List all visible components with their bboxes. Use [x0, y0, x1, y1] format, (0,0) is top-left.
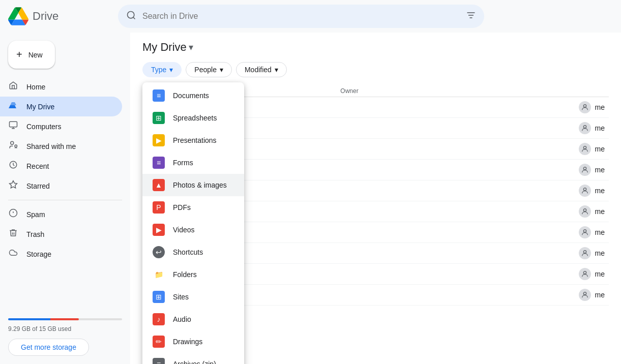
documents-label: Documents	[173, 92, 209, 100]
owner-avatar	[579, 143, 591, 155]
spam-icon	[8, 208, 18, 220]
nav-item-recent[interactable]: Recent	[0, 156, 122, 176]
owner-avatar	[579, 205, 591, 218]
nav-item-storage[interactable]: Storage	[0, 244, 122, 264]
drive-title-arrow[interactable]: ▾	[189, 42, 193, 53]
dropdown-item-photos[interactable]: ▲Photos & images	[142, 174, 244, 196]
type-filter-button[interactable]: Type ▾	[142, 62, 182, 77]
svg-point-23	[583, 271, 586, 274]
nav-item-computers[interactable]: Computers	[0, 116, 122, 136]
nav-label-spam: Spam	[26, 210, 45, 219]
owner-label: me	[595, 145, 605, 153]
nav-label-storage: Storage	[26, 250, 51, 258]
nav-divider	[8, 200, 122, 200]
photos-label: Photos & images	[173, 181, 227, 189]
dropdown-item-drawings[interactable]: ✏Drawings	[142, 330, 244, 353]
my-drive-icon	[8, 101, 18, 112]
svg-point-8	[11, 141, 14, 144]
type-chevron-icon: ▾	[169, 66, 173, 74]
svg-point-15	[583, 105, 586, 107]
svg-point-0	[128, 11, 134, 18]
people-filter-button[interactable]: People ▾	[186, 62, 232, 77]
file-owner-cell: me	[336, 180, 609, 201]
dropdown-item-sites[interactable]: ⊞Sites	[142, 286, 244, 308]
nav-label-shared: Shared with me	[26, 142, 76, 150]
nav-label-starred: Starred	[26, 182, 50, 190]
sites-label: Sites	[173, 293, 189, 301]
new-button-wrap: + New	[0, 37, 130, 77]
dropdown-item-folders[interactable]: 📁Folders	[142, 263, 244, 286]
file-owner-cell: me	[336, 201, 609, 222]
storage-text: 9.29 GB of 15 GB used	[8, 325, 71, 332]
presentations-label: Presentations	[173, 136, 217, 144]
plus-icon: +	[16, 49, 22, 60]
nav-item-home[interactable]: Home	[0, 77, 122, 97]
modified-chevron-icon: ▾	[275, 66, 278, 74]
dropdown-item-audio[interactable]: ♪Audio	[142, 308, 244, 330]
nav-item-spam[interactable]: Spam	[0, 204, 122, 224]
svg-line-1	[133, 17, 135, 19]
dropdown-item-spreadsheets[interactable]: ⊞Spreadsheets	[142, 107, 244, 129]
storage-bar-fill	[8, 318, 79, 320]
svg-point-18	[583, 167, 586, 170]
audio-icon: ♪	[153, 313, 165, 325]
file-owner-cell: me	[336, 139, 609, 160]
svg-point-19	[583, 188, 586, 191]
dropdown-item-archives[interactable]: ≡Archives (zip)	[142, 353, 244, 364]
new-button[interactable]: + New	[8, 41, 55, 69]
nav-item-starred[interactable]: Starred	[0, 176, 122, 196]
drive-title: My Drive ▾	[142, 41, 193, 54]
nav-item-my-drive[interactable]: My Drive	[0, 97, 122, 116]
storage-icon	[8, 248, 18, 260]
svg-point-24	[583, 292, 586, 295]
videos-label: Videos	[173, 226, 195, 234]
modified-filter-button[interactable]: Modified ▾	[236, 62, 287, 77]
forms-label: Forms	[173, 159, 193, 167]
owner-avatar	[579, 101, 591, 113]
audio-label: Audio	[173, 315, 191, 323]
file-owner-cell: me	[336, 118, 609, 139]
shortcuts-icon: ↩	[153, 246, 165, 258]
dropdown-item-videos[interactable]: ▶Videos	[142, 219, 244, 241]
owner-avatar	[579, 289, 591, 301]
svg-rect-5	[10, 122, 17, 127]
pdfs-icon: P	[153, 201, 165, 214]
file-owner-cell: me	[336, 97, 609, 118]
presentations-icon: ▶	[153, 134, 165, 146]
search-filter-icon[interactable]	[466, 10, 476, 23]
home-icon	[8, 81, 18, 93]
dropdown-item-shortcuts[interactable]: ↩Shortcuts	[142, 241, 244, 263]
dropdown-item-pdfs[interactable]: PPDFs	[142, 196, 244, 219]
google-drive-logo	[8, 6, 28, 26]
search-input[interactable]	[142, 12, 460, 21]
nav-label-home: Home	[26, 83, 45, 91]
search-bar[interactable]	[118, 5, 484, 28]
file-owner-cell: me	[336, 243, 609, 264]
drawings-label: Drawings	[173, 338, 202, 346]
nav-item-shared[interactable]: Shared with me	[0, 136, 122, 156]
filter-row: Type ▾ People ▾ Modified ▾ ≡Documents⊞Sp…	[142, 62, 609, 77]
shared-icon	[8, 140, 18, 152]
people-chevron-icon: ▾	[220, 66, 223, 74]
svg-point-21	[583, 230, 586, 232]
owner-avatar	[579, 268, 591, 280]
file-owner-cell: me	[336, 160, 609, 180]
forms-icon: ≡	[153, 157, 165, 169]
dropdown-item-forms[interactable]: ≡Forms	[142, 151, 244, 174]
owner-avatar	[579, 226, 591, 238]
dropdown-item-presentations[interactable]: ▶Presentations	[142, 129, 244, 151]
nav-label-my-drive: My Drive	[26, 103, 54, 111]
owner-column-header: Owner	[336, 85, 609, 97]
recent-icon	[8, 160, 18, 172]
archives-icon: ≡	[153, 358, 165, 364]
topbar: Drive	[0, 0, 621, 33]
type-dropdown: ≡Documents⊞Spreadsheets▶Presentations≡Fo…	[142, 82, 244, 364]
spreadsheets-label: Spreadsheets	[173, 114, 217, 122]
starred-icon	[8, 180, 18, 192]
dropdown-item-documents[interactable]: ≡Documents	[142, 84, 244, 107]
owner-label: me	[595, 249, 605, 257]
owner-label: me	[595, 187, 605, 195]
get-more-storage-button[interactable]: Get more storage	[8, 339, 89, 356]
nav-item-trash[interactable]: Trash	[0, 224, 122, 244]
owner-avatar	[579, 185, 591, 197]
